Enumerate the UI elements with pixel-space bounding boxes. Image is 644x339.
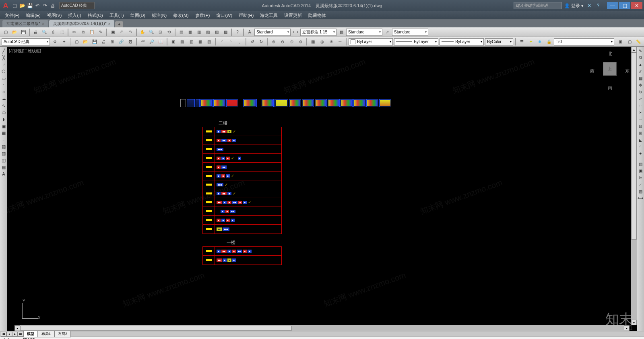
save-file-icon[interactable]: 💾 bbox=[19, 28, 27, 36]
properties-icon[interactable]: ▤ bbox=[177, 28, 185, 36]
circle-tool-icon[interactable]: ○ bbox=[0, 89, 7, 95]
polygon-tool-icon[interactable]: ⬡ bbox=[0, 68, 7, 74]
maximize-button[interactable]: ▢ bbox=[619, 2, 630, 9]
extend-icon[interactable]: → bbox=[637, 116, 644, 122]
dim-style-combo[interactable]: 立面标注 1 15 bbox=[300, 29, 336, 36]
zoom-in-icon[interactable]: ⊘ bbox=[297, 38, 304, 46]
menu-insert[interactable]: 插入(I) bbox=[66, 12, 83, 19]
chamfer-icon[interactable]: ◣ bbox=[637, 136, 644, 143]
fillet-icon[interactable]: ◜ bbox=[637, 143, 644, 150]
batch-icon[interactable]: ⊞ bbox=[109, 38, 116, 46]
lineweight-combo[interactable]: ByLayer bbox=[440, 38, 484, 45]
help-button-icon[interactable]: ? bbox=[233, 28, 242, 36]
menu-format[interactable]: 格式(O) bbox=[85, 12, 105, 19]
lay3-icon[interactable]: ▥ bbox=[187, 38, 195, 46]
osnap-icon[interactable]: ═ bbox=[336, 38, 344, 46]
layer-prop-mgr-icon[interactable]: ☰ bbox=[518, 38, 526, 46]
rotate-icon[interactable]: ↻ bbox=[637, 89, 644, 95]
horizontal-scrollbar[interactable]: ◂ ▸ bbox=[14, 325, 630, 331]
new-file-icon[interactable]: ▢ bbox=[2, 28, 10, 36]
move-icon[interactable]: ✥ bbox=[637, 82, 644, 88]
scroll-right-icon[interactable]: ▸ bbox=[624, 325, 630, 331]
hatch-tool-icon[interactable]: ▨ bbox=[0, 143, 7, 150]
scale-icon[interactable]: ⤢ bbox=[637, 95, 644, 102]
explode-icon[interactable]: ✦ bbox=[637, 150, 644, 157]
match-props-icon[interactable]: ✎ bbox=[97, 28, 105, 36]
scroll-thumb[interactable] bbox=[20, 326, 292, 331]
text-style-icon[interactable]: A bbox=[246, 28, 254, 36]
redo-icon[interactable]: ↷ bbox=[42, 2, 48, 9]
revcloud-tool-icon[interactable]: ☁ bbox=[0, 95, 7, 102]
spell-icon[interactable]: ᴬᴮ bbox=[139, 38, 147, 46]
measure-icon[interactable]: 📏 bbox=[635, 38, 642, 46]
ucs-icon[interactable]: Y X bbox=[16, 299, 40, 323]
group2-icon[interactable]: ▣ bbox=[637, 167, 644, 174]
close-button[interactable]: ✕ bbox=[631, 2, 642, 9]
help-icon[interactable]: ? bbox=[595, 2, 601, 9]
menu-view[interactable]: 视图(V) bbox=[45, 12, 64, 19]
arc1-icon[interactable]: ◜ bbox=[218, 38, 225, 46]
layer-iso-icon[interactable]: ✦ bbox=[527, 38, 535, 46]
tab-next-icon[interactable]: ▸ bbox=[12, 332, 18, 337]
workspace-selector[interactable]: AutoCAD 经典 bbox=[59, 2, 95, 9]
text-style-combo[interactable]: Standard bbox=[254, 29, 291, 36]
viewcube-face[interactable]: 上 bbox=[603, 62, 617, 76]
menu-edit[interactable]: 编辑(E) bbox=[23, 12, 43, 19]
group-icon[interactable]: ▣ bbox=[617, 38, 624, 46]
pan-icon[interactable]: ✋ bbox=[138, 28, 147, 36]
mtext-tool-icon[interactable]: A bbox=[0, 171, 7, 177]
copy2-icon[interactable]: ⧉ bbox=[637, 54, 644, 61]
find-icon[interactable]: 🔎 bbox=[148, 38, 156, 46]
mleader-style-icon[interactable]: ↗ bbox=[383, 28, 391, 36]
zoom-ext-icon[interactable]: ⊕ bbox=[270, 38, 277, 46]
table-style-icon[interactable]: ▦ bbox=[337, 28, 345, 36]
table-style-combo[interactable]: Standard bbox=[346, 29, 382, 36]
ellipse-arc-icon[interactable]: ◗ bbox=[0, 116, 7, 122]
sheet-set-icon[interactable]: ▧ bbox=[204, 28, 212, 36]
viewport-label[interactable]: [-][俯视][二维线框] bbox=[9, 48, 41, 54]
ellipse-tool-icon[interactable]: ⬭ bbox=[0, 109, 7, 116]
current-layer-combo[interactable]: □ 0 bbox=[554, 38, 614, 45]
hatch-edit-icon[interactable]: ▨ bbox=[637, 188, 644, 194]
doc-tab-1[interactable]: 江南里区二最终版* × bbox=[2, 20, 48, 27]
tab-close-icon[interactable]: × bbox=[42, 22, 44, 26]
pline-tool-icon[interactable]: ⟋ bbox=[0, 61, 7, 68]
layer-color-combo[interactable]: ByLayer bbox=[349, 38, 393, 45]
open-icon[interactable]: 📂 bbox=[19, 2, 25, 9]
draworder-icon[interactable]: ▤ bbox=[637, 161, 644, 167]
tab-last-icon[interactable]: ⏭ bbox=[18, 332, 23, 337]
cut-icon[interactable]: ✂ bbox=[70, 28, 78, 36]
drawing-canvas[interactable]: [-][俯视][二维线框] 北 南 西 东 上 bbox=[7, 47, 637, 331]
viewcube-east[interactable]: 东 bbox=[625, 68, 630, 74]
rev-icon[interactable]: ↺ bbox=[248, 38, 256, 46]
lay4-icon[interactable]: ▦ bbox=[196, 38, 204, 46]
tab-prev-icon[interactable]: ◂ bbox=[6, 332, 12, 337]
join-icon[interactable]: ⊞ bbox=[637, 130, 644, 136]
markup-icon[interactable]: ▨ bbox=[213, 28, 221, 36]
print-icon[interactable]: 🖨 bbox=[50, 2, 56, 9]
menu-help[interactable]: 帮助(H) bbox=[236, 12, 256, 19]
tool-palette-icon[interactable]: ▥ bbox=[195, 28, 203, 36]
dim-style-icon[interactable]: ⟷ bbox=[291, 28, 299, 36]
scroll-up-icon[interactable]: ▴ bbox=[631, 47, 637, 52]
fwd-icon[interactable]: ↻ bbox=[257, 38, 265, 46]
plot-icon[interactable]: 🖨 bbox=[31, 28, 39, 36]
vertical-scrollbar[interactable]: ▴ ▾ bbox=[631, 47, 637, 325]
menu-update[interactable]: 设置更新 bbox=[282, 12, 304, 19]
erase-icon[interactable]: ✎ bbox=[637, 48, 644, 54]
scroll-thumb[interactable] bbox=[631, 52, 637, 240]
help-search-input[interactable]: 键入关键字或短语 bbox=[514, 2, 562, 9]
menu-tools[interactable]: 工具(T) bbox=[107, 12, 126, 19]
new2-icon[interactable]: ▢ bbox=[72, 38, 80, 46]
dictionary-icon[interactable]: 📖 bbox=[157, 38, 165, 46]
save-icon[interactable]: 💾 bbox=[27, 2, 33, 9]
save2-icon[interactable]: 💾 bbox=[91, 38, 98, 46]
pedit-icon[interactable]: ⟋ bbox=[637, 181, 644, 188]
new-icon[interactable]: ▢ bbox=[11, 2, 18, 9]
minimize-button[interactable]: — bbox=[607, 2, 618, 9]
layer-lock-icon[interactable]: 🔒 bbox=[545, 38, 553, 46]
preview-icon[interactable]: 🔍 bbox=[40, 28, 48, 36]
tab-first-icon[interactable]: ⏮ bbox=[1, 332, 6, 337]
insert-block-icon[interactable]: ▣ bbox=[0, 123, 7, 129]
polar-icon[interactable]: ✳ bbox=[327, 38, 335, 46]
